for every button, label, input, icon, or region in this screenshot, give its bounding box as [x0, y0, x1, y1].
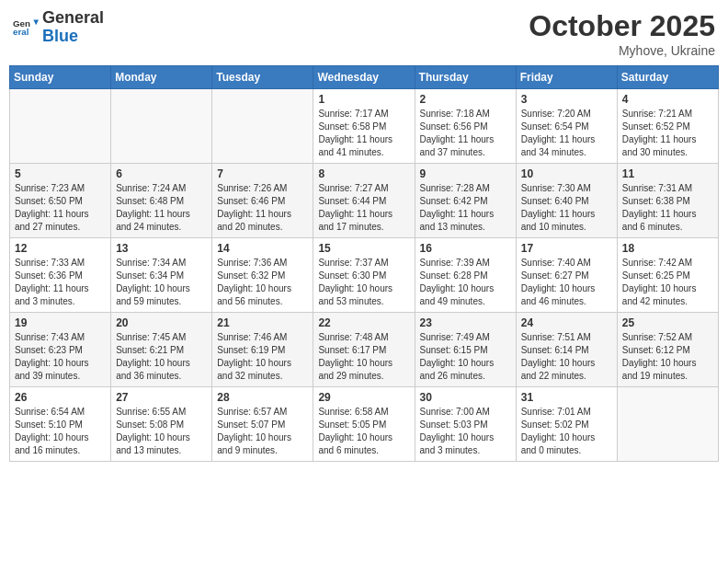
day-info: Sunrise: 7:42 AMSunset: 6:25 PMDaylight:… [622, 257, 713, 308]
day-info: Sunrise: 6:57 AMSunset: 5:07 PMDaylight:… [217, 406, 308, 457]
calendar-day-cell [212, 89, 313, 164]
calendar-week-row: 5Sunrise: 7:23 AMSunset: 6:50 PMDaylight… [10, 164, 719, 238]
calendar-week-row: 1Sunrise: 7:17 AMSunset: 6:58 PMDaylight… [10, 89, 719, 164]
weekday-header: Saturday [617, 66, 718, 89]
weekday-header: Sunday [10, 66, 111, 89]
day-number: 20 [116, 316, 207, 329]
day-info: Sunrise: 7:33 AMSunset: 6:36 PMDaylight:… [15, 257, 106, 308]
day-info: Sunrise: 7:36 AMSunset: 6:32 PMDaylight:… [217, 257, 308, 308]
day-info: Sunrise: 7:40 AMSunset: 6:27 PMDaylight:… [521, 257, 612, 308]
calendar-day-cell [10, 89, 111, 164]
day-number: 19 [15, 316, 106, 329]
day-info: Sunrise: 7:17 AMSunset: 6:58 PMDaylight:… [318, 108, 409, 159]
month-title: October 2025 [529, 9, 715, 43]
day-info: Sunrise: 7:48 AMSunset: 6:17 PMDaylight:… [318, 331, 409, 383]
calendar-day-cell: 29Sunrise: 6:58 AMSunset: 5:05 PMDayligh… [313, 387, 415, 462]
weekday-header: Friday [516, 66, 617, 89]
weekday-header: Thursday [415, 66, 516, 89]
day-info: Sunrise: 7:34 AMSunset: 6:34 PMDaylight:… [116, 257, 207, 308]
day-number: 11 [622, 167, 713, 180]
day-number: 22 [318, 316, 409, 329]
day-number: 18 [622, 242, 713, 255]
day-info: Sunrise: 7:46 AMSunset: 6:19 PMDaylight:… [217, 331, 308, 383]
day-number: 5 [15, 167, 106, 180]
day-number: 16 [420, 242, 511, 255]
day-number: 13 [116, 242, 207, 255]
day-number: 29 [318, 391, 409, 404]
calendar-day-cell: 14Sunrise: 7:36 AMSunset: 6:32 PMDayligh… [212, 238, 313, 313]
calendar-day-cell: 13Sunrise: 7:34 AMSunset: 6:34 PMDayligh… [111, 238, 212, 313]
day-info: Sunrise: 7:37 AMSunset: 6:30 PMDaylight:… [318, 257, 409, 308]
calendar-day-cell: 17Sunrise: 7:40 AMSunset: 6:27 PMDayligh… [516, 238, 617, 313]
day-info: Sunrise: 7:52 AMSunset: 6:12 PMDaylight:… [622, 331, 713, 383]
calendar-day-cell: 22Sunrise: 7:48 AMSunset: 6:17 PMDayligh… [313, 313, 415, 387]
day-number: 28 [217, 391, 308, 404]
day-info: Sunrise: 7:00 AMSunset: 5:03 PMDaylight:… [420, 406, 511, 457]
day-info: Sunrise: 6:55 AMSunset: 5:08 PMDaylight:… [116, 406, 207, 457]
calendar-day-cell: 5Sunrise: 7:23 AMSunset: 6:50 PMDaylight… [10, 164, 111, 238]
day-info: Sunrise: 7:23 AMSunset: 6:50 PMDaylight:… [15, 182, 106, 234]
calendar-day-cell: 21Sunrise: 7:46 AMSunset: 6:19 PMDayligh… [212, 313, 313, 387]
day-number: 26 [15, 391, 106, 404]
day-number: 1 [318, 93, 409, 106]
calendar-day-cell: 25Sunrise: 7:52 AMSunset: 6:12 PMDayligh… [617, 313, 718, 387]
day-info: Sunrise: 7:49 AMSunset: 6:15 PMDaylight:… [420, 331, 511, 383]
day-number: 10 [521, 167, 612, 180]
svg-marker-2 [33, 19, 39, 25]
calendar-day-cell: 30Sunrise: 7:00 AMSunset: 5:03 PMDayligh… [415, 387, 516, 462]
calendar-week-row: 12Sunrise: 7:33 AMSunset: 6:36 PMDayligh… [10, 238, 719, 313]
day-info: Sunrise: 7:30 AMSunset: 6:40 PMDaylight:… [521, 182, 612, 234]
calendar-day-cell: 31Sunrise: 7:01 AMSunset: 5:02 PMDayligh… [516, 387, 617, 462]
calendar-day-cell: 11Sunrise: 7:31 AMSunset: 6:38 PMDayligh… [617, 164, 718, 238]
day-number: 3 [521, 93, 612, 106]
day-info: Sunrise: 7:21 AMSunset: 6:52 PMDaylight:… [622, 108, 713, 159]
logo-icon: Gen eral [13, 15, 39, 40]
day-number: 27 [116, 391, 207, 404]
day-info: Sunrise: 7:26 AMSunset: 6:46 PMDaylight:… [217, 182, 308, 234]
calendar-day-cell: 24Sunrise: 7:51 AMSunset: 6:14 PMDayligh… [516, 313, 617, 387]
calendar-day-cell: 2Sunrise: 7:18 AMSunset: 6:56 PMDaylight… [415, 89, 516, 164]
day-info: Sunrise: 6:54 AMSunset: 5:10 PMDaylight:… [15, 406, 106, 457]
calendar-day-cell: 10Sunrise: 7:30 AMSunset: 6:40 PMDayligh… [516, 164, 617, 238]
day-number: 30 [420, 391, 511, 404]
calendar-day-cell [111, 89, 212, 164]
calendar-day-cell: 6Sunrise: 7:24 AMSunset: 6:48 PMDaylight… [111, 164, 212, 238]
svg-text:eral: eral [13, 27, 29, 37]
day-number: 15 [318, 242, 409, 255]
weekday-header: Tuesday [212, 66, 313, 89]
weekday-header-row: SundayMondayTuesdayWednesdayThursdayFrid… [10, 66, 719, 89]
calendar-week-row: 19Sunrise: 7:43 AMSunset: 6:23 PMDayligh… [10, 313, 719, 387]
day-number: 25 [622, 316, 713, 329]
calendar-day-cell: 18Sunrise: 7:42 AMSunset: 6:25 PMDayligh… [617, 238, 718, 313]
calendar-week-row: 26Sunrise: 6:54 AMSunset: 5:10 PMDayligh… [10, 387, 719, 462]
calendar-day-cell: 26Sunrise: 6:54 AMSunset: 5:10 PMDayligh… [10, 387, 111, 462]
day-info: Sunrise: 7:45 AMSunset: 6:21 PMDaylight:… [116, 331, 207, 383]
day-number: 17 [521, 242, 612, 255]
day-number: 21 [217, 316, 308, 329]
weekday-header: Monday [111, 66, 212, 89]
day-info: Sunrise: 6:58 AMSunset: 5:05 PMDaylight:… [318, 406, 409, 457]
calendar-day-cell: 3Sunrise: 7:20 AMSunset: 6:54 PMDaylight… [516, 89, 617, 164]
calendar-day-cell: 1Sunrise: 7:17 AMSunset: 6:58 PMDaylight… [313, 89, 415, 164]
calendar-day-cell: 16Sunrise: 7:39 AMSunset: 6:28 PMDayligh… [415, 238, 516, 313]
title-block: October 2025 Myhove, Ukraine [529, 9, 715, 58]
calendar-day-cell: 15Sunrise: 7:37 AMSunset: 6:30 PMDayligh… [313, 238, 415, 313]
day-info: Sunrise: 7:43 AMSunset: 6:23 PMDaylight:… [15, 331, 106, 383]
day-number: 23 [420, 316, 511, 329]
day-number: 8 [318, 167, 409, 180]
day-info: Sunrise: 7:27 AMSunset: 6:44 PMDaylight:… [318, 182, 409, 234]
location: Myhove, Ukraine [529, 43, 715, 58]
calendar-day-cell [617, 387, 718, 462]
calendar-day-cell: 9Sunrise: 7:28 AMSunset: 6:42 PMDaylight… [415, 164, 516, 238]
day-info: Sunrise: 7:28 AMSunset: 6:42 PMDaylight:… [420, 182, 511, 234]
calendar-day-cell: 19Sunrise: 7:43 AMSunset: 6:23 PMDayligh… [10, 313, 111, 387]
day-info: Sunrise: 7:20 AMSunset: 6:54 PMDaylight:… [521, 108, 612, 159]
calendar-day-cell: 28Sunrise: 6:57 AMSunset: 5:07 PMDayligh… [212, 387, 313, 462]
calendar-day-cell: 7Sunrise: 7:26 AMSunset: 6:46 PMDaylight… [212, 164, 313, 238]
day-number: 4 [622, 93, 713, 106]
day-number: 2 [420, 93, 511, 106]
day-number: 31 [521, 391, 612, 404]
day-number: 7 [217, 167, 308, 180]
calendar-day-cell: 27Sunrise: 6:55 AMSunset: 5:08 PMDayligh… [111, 387, 212, 462]
day-number: 12 [15, 242, 106, 255]
